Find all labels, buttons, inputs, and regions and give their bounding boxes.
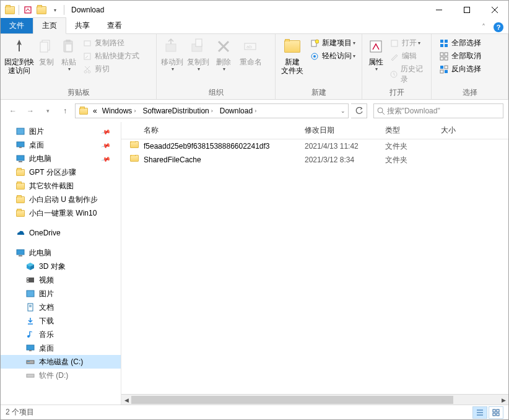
- col-size[interactable]: 大小: [437, 125, 508, 136]
- group-select-label: 选择: [434, 87, 505, 99]
- svg-rect-7: [40, 42, 48, 52]
- tab-share[interactable]: 共享: [66, 18, 98, 33]
- svg-rect-48: [17, 155, 24, 160]
- copyto-button[interactable]: 复制到▾: [185, 35, 211, 73]
- search-box[interactable]: [373, 103, 503, 118]
- qat-properties-icon[interactable]: [21, 3, 35, 17]
- col-type[interactable]: 类型: [381, 125, 437, 136]
- maximize-button[interactable]: [453, 1, 481, 19]
- svg-rect-53: [27, 278, 28, 279]
- ribbon-collapse-icon[interactable]: ˄: [477, 21, 490, 33]
- breadcrumb-overflow[interactable]: «: [90, 104, 100, 118]
- nav-desktop2[interactable]: 桌面: [1, 341, 121, 355]
- qat-newfolder-icon[interactable]: [35, 3, 48, 17]
- svg-rect-17: [166, 44, 176, 51]
- up-button[interactable]: ↑: [58, 103, 72, 118]
- minimize-button[interactable]: [425, 1, 453, 19]
- select-all-button[interactable]: 全部选择: [437, 37, 490, 50]
- svg-rect-10: [66, 44, 72, 51]
- svg-rect-39: [440, 66, 443, 69]
- scroll-right-icon[interactable]: ▶: [498, 395, 508, 405]
- group-open-label: 打开: [365, 87, 429, 99]
- nav-video[interactable]: 视频: [1, 273, 121, 287]
- horizontal-scrollbar[interactable]: ◀ ▶: [121, 394, 508, 405]
- svg-rect-63: [27, 361, 34, 364]
- svg-rect-9: [66, 40, 71, 42]
- nav-pictures[interactable]: 图片📌: [1, 125, 121, 138]
- new-item-button[interactable]: 新建项目▾: [307, 37, 359, 50]
- svg-rect-47: [19, 147, 22, 148]
- svg-rect-69: [493, 409, 495, 412]
- nav-docs[interactable]: 文档: [1, 300, 121, 314]
- svg-rect-40: [445, 70, 448, 73]
- copy-path-button[interactable]: 复制路径: [80, 37, 153, 50]
- refresh-button[interactable]: [351, 103, 367, 118]
- tab-view[interactable]: 查看: [98, 18, 131, 33]
- breadcrumb-seg[interactable]: Windows›: [100, 104, 141, 118]
- details-view-button[interactable]: [472, 406, 487, 419]
- nav-3d[interactable]: 3D 对象: [1, 260, 121, 273]
- rename-button[interactable]: ab重命名: [236, 35, 266, 68]
- nav-folder-usb[interactable]: 小白启动 U 盘制作步: [1, 193, 121, 206]
- nav-thispc[interactable]: 此电脑: [1, 246, 121, 260]
- svg-point-14: [88, 71, 90, 73]
- nav-downloads[interactable]: 下载: [1, 314, 121, 328]
- navigation-pane[interactable]: 图片📌 桌面📌 此电脑📌 GPT 分区步骤 其它软件截图 小白启动 U 盘制作步…: [1, 122, 121, 405]
- new-folder-button[interactable]: 新建 文件夹: [278, 35, 307, 76]
- back-button[interactable]: ←: [6, 103, 20, 118]
- close-button[interactable]: [481, 1, 508, 19]
- svg-rect-51: [19, 255, 22, 256]
- svg-rect-0: [25, 7, 31, 13]
- col-date[interactable]: 修改日期: [301, 125, 381, 136]
- svg-rect-41: [445, 66, 448, 69]
- file-row[interactable]: f5eaadd25eb9f6381538886602241df3 2021/4/…: [121, 139, 508, 153]
- select-none-button[interactable]: 全部取消: [437, 50, 490, 63]
- moveto-button[interactable]: 移动到▾: [159, 35, 185, 73]
- nav-drive-d[interactable]: 软件 (D:): [1, 369, 121, 382]
- title-bar: ▾ Download: [1, 1, 508, 19]
- nav-desktop[interactable]: 桌面📌: [1, 138, 121, 152]
- open-button[interactable]: 打开▾: [387, 37, 429, 50]
- column-headers: 名称 修改日期 类型 大小: [121, 122, 508, 139]
- recent-locations-button[interactable]: ▾: [40, 103, 55, 118]
- nav-folder-reinstall[interactable]: 小白一键重装 Win10: [1, 206, 121, 220]
- file-list[interactable]: f5eaadd25eb9f6381538886602241df3 2021/4/…: [121, 139, 508, 394]
- paste-shortcut-button[interactable]: 粘贴快捷方式: [80, 50, 153, 63]
- file-row[interactable]: SharedFileCache 2021/3/12 8:34 文件夹: [121, 153, 508, 167]
- col-name[interactable]: 名称: [121, 125, 301, 136]
- cut-button[interactable]: 剪切: [80, 63, 153, 76]
- search-input[interactable]: [387, 107, 500, 115]
- address-bar[interactable]: « Windows› SoftwareDistribution› Downloa…: [75, 103, 349, 118]
- svg-rect-33: [440, 44, 443, 47]
- tab-file[interactable]: 文件: [1, 18, 33, 33]
- nav-folder-other[interactable]: 其它软件截图: [1, 179, 121, 193]
- history-button[interactable]: 历史记录: [387, 63, 429, 86]
- nav-thispc-quick[interactable]: 此电脑📌: [1, 152, 121, 165]
- invert-selection-button[interactable]: 反向选择: [437, 63, 490, 76]
- copy-button[interactable]: 复制: [35, 35, 58, 68]
- thumbnails-view-button[interactable]: [489, 406, 503, 419]
- edit-button[interactable]: 编辑: [387, 50, 429, 63]
- breadcrumb-seg[interactable]: Download›: [217, 104, 261, 118]
- nav-drive-c[interactable]: 本地磁盘 (C:): [1, 355, 121, 369]
- nav-folder-gpt[interactable]: GPT 分区步骤: [1, 165, 121, 179]
- breadcrumb-seg[interactable]: SoftwareDistribution›: [140, 104, 217, 118]
- svg-rect-49: [19, 161, 22, 162]
- nav-pictures2[interactable]: 图片: [1, 287, 121, 300]
- tab-home[interactable]: 主页: [33, 17, 66, 34]
- nav-music[interactable]: 音乐: [1, 328, 121, 341]
- pin-quickaccess-button[interactable]: 固定到快 速访问: [3, 35, 35, 76]
- qat-dropdown-icon[interactable]: ▾: [48, 3, 62, 17]
- scroll-left-icon[interactable]: ◀: [121, 395, 131, 405]
- address-dropdown-icon[interactable]: ⌄: [338, 104, 348, 118]
- delete-button[interactable]: 删除▾: [211, 35, 236, 73]
- paste-button[interactable]: 粘贴 ▾: [58, 35, 80, 73]
- properties-button[interactable]: 属性▾: [365, 35, 387, 73]
- svg-rect-11: [84, 41, 90, 46]
- svg-point-27: [313, 55, 316, 58]
- forward-button[interactable]: →: [23, 103, 38, 118]
- nav-onedrive[interactable]: OneDrive: [1, 226, 121, 240]
- help-icon[interactable]: ?: [492, 21, 505, 33]
- easy-access-button[interactable]: 轻松访问▾: [307, 50, 359, 63]
- scroll-thumb[interactable]: [131, 396, 453, 404]
